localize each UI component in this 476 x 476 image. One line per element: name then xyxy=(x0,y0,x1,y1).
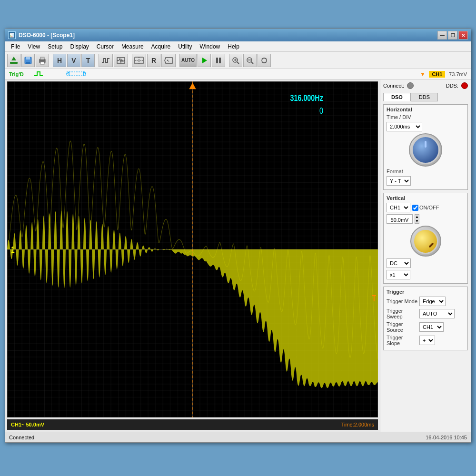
channel-select[interactable]: CH1 CH2 xyxy=(387,203,410,212)
restore-button[interactable]: ❐ xyxy=(448,31,457,40)
window-title: DSO-6000 - [Scope1] xyxy=(19,32,437,39)
tb-cursor3[interactable]: ↖ xyxy=(161,54,176,67)
tb-fft[interactable] xyxy=(114,54,128,67)
minimize-button[interactable]: — xyxy=(437,31,447,40)
menu-help[interactable]: Help xyxy=(224,42,243,51)
menu-file[interactable]: File xyxy=(7,42,24,51)
dds-label: DDS: xyxy=(446,83,458,89)
toolbar: H V T R ↖ AUTO xyxy=(5,52,471,69)
tb-V[interactable]: V xyxy=(67,54,80,67)
main-window: 📊 DSO-6000 - [Scope1] — ❐ ✕ File View Se… xyxy=(5,29,471,443)
scope-canvas[interactable]: 1 T 316.000Hz 0 xyxy=(7,81,378,417)
connect-row: Connect: DDS: xyxy=(383,82,468,89)
connect-indicator xyxy=(407,82,414,89)
volt-down[interactable]: ▼ xyxy=(415,219,419,223)
tb-zoom-in[interactable] xyxy=(229,54,242,67)
svg-rect-6 xyxy=(40,57,44,60)
ch1-value: -73.7mV xyxy=(447,71,467,77)
horizontal-section: Horizontal Time / DIV 2.000ms 1.000ms 5.… xyxy=(383,104,468,190)
horizontal-title: Horizontal xyxy=(387,107,465,112)
cursor-region xyxy=(57,70,95,79)
menu-cursor[interactable]: Cursor xyxy=(93,42,118,51)
menu-view[interactable]: View xyxy=(24,42,44,51)
ch1-bottom-label: CH1~ 50.0mV xyxy=(11,422,44,427)
onoff-label: ON/OFF xyxy=(412,205,443,211)
menu-window[interactable]: Window xyxy=(196,42,224,51)
trigger-section: Trigger Trigger Mode Edge Pulse Slope Vi… xyxy=(383,287,468,350)
svg-text:↖: ↖ xyxy=(167,59,169,62)
tb-auto[interactable]: AUTO xyxy=(179,54,197,67)
svg-marker-1 xyxy=(11,57,16,60)
volt-div-value: 50.0mV xyxy=(387,214,413,224)
tb-pulse[interactable] xyxy=(99,54,113,67)
volt-div-stepper[interactable]: ▲ ▼ xyxy=(415,214,419,224)
time-div-knob-outer[interactable] xyxy=(409,133,442,167)
format-label: Format xyxy=(387,169,417,174)
menu-display[interactable]: Display xyxy=(67,42,93,51)
trigger-source-label: Trigger Source xyxy=(387,321,417,333)
trigger-slope-select[interactable]: + - xyxy=(419,336,435,345)
onoff-checkbox[interactable] xyxy=(412,205,418,211)
tb-pan[interactable] xyxy=(258,54,271,67)
coupling-select[interactable]: DC AC GND xyxy=(387,258,411,268)
volt-up[interactable]: ▲ xyxy=(415,215,419,219)
dds-indicator xyxy=(461,82,468,89)
tb-import[interactable] xyxy=(7,54,20,67)
probe-select[interactable]: x1 x10 x100 xyxy=(387,270,410,279)
title-bar: 📊 DSO-6000 - [Scope1] — ❐ ✕ xyxy=(5,29,471,41)
trigger-sweep-label: Trigger Sweep xyxy=(387,308,417,319)
svg-line-23 xyxy=(251,62,253,64)
volt-div-knob-container xyxy=(387,226,465,257)
app-icon: 📊 xyxy=(8,31,16,39)
trigger-slope-label: Trigger Slope xyxy=(387,335,417,346)
time-div-label: Time / DIV xyxy=(387,114,417,120)
tb-cursor2[interactable] xyxy=(132,54,146,67)
vertical-section: Vertical CH1 CH2 ON/OFF 50.0mV ▲ ▼ xyxy=(383,193,468,284)
main-content: 1 T 316.000Hz 0 CH1~ 50.0mV Time:2.000ms xyxy=(5,79,471,432)
menu-bar: File View Setup Display Cursor Measure A… xyxy=(5,41,471,52)
volt-div-knob-outer[interactable] xyxy=(410,226,441,257)
time-div-knob[interactable] xyxy=(411,136,440,164)
trigger-title: Trigger xyxy=(387,289,465,295)
tb-T[interactable]: T xyxy=(81,54,95,67)
tab-dds[interactable]: DDS xyxy=(411,93,438,101)
volt-div-knob[interactable] xyxy=(413,228,438,254)
svg-text:1: 1 xyxy=(11,245,15,254)
scope-grid-svg: 1 T 316.000Hz 0 xyxy=(7,81,378,417)
statusbar: Connected 16-04-2016 10:45 xyxy=(5,432,471,442)
menu-setup[interactable]: Setup xyxy=(44,42,66,51)
orange-marker: ▼ xyxy=(420,71,426,77)
tb-pause[interactable] xyxy=(212,54,225,67)
status-datetime: 16-04-2016 10:45 xyxy=(426,435,467,440)
tb-zoom-out[interactable] xyxy=(243,54,257,67)
svg-rect-3 xyxy=(26,62,30,64)
format-select[interactable]: Y - T X - Y xyxy=(387,176,411,186)
tb-save[interactable] xyxy=(21,54,35,67)
svg-text:316.000Hz: 316.000Hz xyxy=(290,93,323,103)
time-div-select[interactable]: 2.000ms 1.000ms 5.000ms 10.000ms xyxy=(387,122,422,131)
status-row: Trig'D ▼ CH1 -73.7mV xyxy=(5,69,471,79)
svg-rect-15 xyxy=(216,58,218,63)
scope-area: 1 T 316.000Hz 0 CH1~ 50.0mV Time:2.000ms xyxy=(5,79,380,432)
trigger-sweep-select[interactable]: AUTO NORMAL SINGLE xyxy=(419,309,455,318)
close-button[interactable]: ✕ xyxy=(458,31,468,40)
time-div-knob-container xyxy=(387,133,465,167)
trigger-mode-select[interactable]: Edge Pulse Slope Video xyxy=(419,297,446,306)
tb-R[interactable]: R xyxy=(147,54,160,67)
ch1-badge: CH1 xyxy=(429,71,445,78)
connect-label: Connect: xyxy=(383,83,404,89)
status-connected: Connected xyxy=(9,435,426,440)
tb-run[interactable] xyxy=(198,54,211,67)
menu-utility[interactable]: Utility xyxy=(174,42,196,51)
trigger-source-select[interactable]: CH1 CH2 EXT LINE xyxy=(419,322,444,332)
tb-print[interactable] xyxy=(36,54,49,67)
scope-bottom-bar: CH1~ 50.0mV Time:2.000ms xyxy=(7,419,378,430)
tb-H[interactable]: H xyxy=(53,54,66,67)
svg-text:0: 0 xyxy=(319,106,323,116)
trig-signal xyxy=(33,70,48,79)
svg-line-20 xyxy=(237,62,239,64)
menu-measure[interactable]: Measure xyxy=(118,42,148,51)
tab-dso[interactable]: DSO xyxy=(383,93,411,101)
menu-acquire[interactable]: Acquire xyxy=(148,42,175,51)
svg-rect-7 xyxy=(40,62,44,64)
